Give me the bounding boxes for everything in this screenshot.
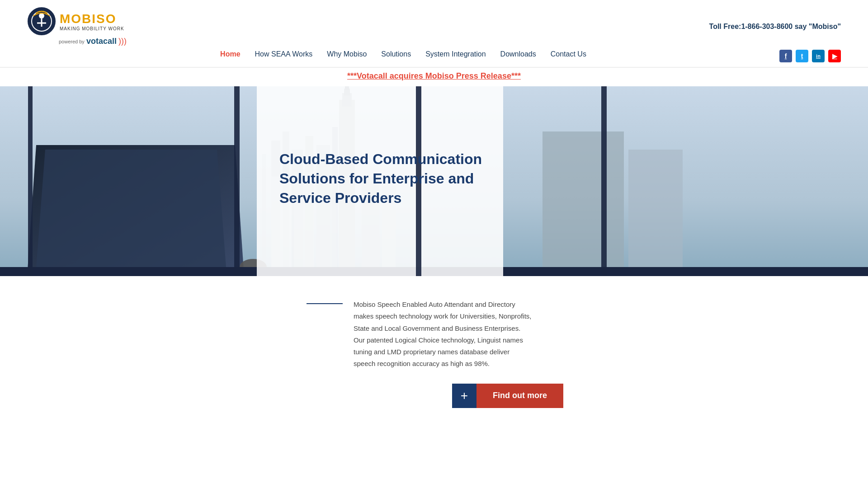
logo-main: mobiso MAKING MOBILITY WORK — [27, 7, 124, 36]
logo-text: mobiso MAKING MOBILITY WORK — [60, 12, 124, 31]
svg-rect-24 — [628, 150, 683, 276]
votacall-text: votacall — [86, 37, 117, 46]
nav-item-system[interactable]: System Integration — [425, 50, 486, 58]
content-with-divider: Mobiso Speech Enabled Auto Attendant and… — [307, 299, 533, 370]
find-out-more-button[interactable]: Find out more — [476, 384, 563, 408]
hero-background: Cloud-Based Communication Solutions for … — [0, 86, 868, 276]
nav-item-solutions[interactable]: Solutions — [381, 50, 411, 58]
svg-rect-33 — [601, 86, 607, 276]
votacall-waves: ))) — [118, 37, 127, 46]
main-nav: Home How SEAA Works Why Mobiso Solutions… — [27, 50, 779, 58]
nav-item-contact[interactable]: Contact Us — [551, 50, 586, 58]
content-description: Mobiso Speech Enabled Auto Attendant and… — [354, 299, 533, 370]
logo-area: mobiso MAKING MOBILITY WORK powered by v… — [27, 7, 127, 46]
content-divider — [307, 303, 343, 304]
svg-rect-30 — [28, 86, 33, 276]
header-top-row: mobiso MAKING MOBILITY WORK powered by v… — [0, 0, 868, 46]
announcement-bar: ***Votacall acquires Mobiso Press Releas… — [0, 68, 868, 86]
powered-by: powered by votacall ))) — [27, 37, 127, 46]
header-nav-row: Home How SEAA Works Why Mobiso Solutions… — [0, 46, 868, 67]
svg-rect-31 — [234, 86, 240, 276]
header-right: Toll Free:1-866-303-8600 say "Mobiso" — [709, 23, 841, 31]
svg-point-2 — [39, 13, 44, 19]
toll-free-number: Toll Free:1-866-303-8600 say "Mobiso" — [709, 23, 841, 31]
announcement-link[interactable]: ***Votacall acquires Mobiso Press Releas… — [347, 71, 521, 80]
facebook-icon[interactable]: f — [779, 50, 792, 62]
logo-icon — [27, 7, 56, 36]
youtube-icon[interactable]: ▶ — [828, 50, 841, 62]
logo-tagline: MAKING MOBILITY WORK — [60, 26, 124, 31]
buttons-row: + Find out more — [452, 384, 563, 408]
logo-brand-name: mobiso — [60, 12, 124, 26]
header: mobiso MAKING MOBILITY WORK powered by v… — [0, 0, 868, 68]
nav-item-downloads[interactable]: Downloads — [500, 50, 536, 58]
svg-marker-26 — [36, 150, 226, 267]
plus-button[interactable]: + — [452, 384, 476, 408]
buttons-section: + Find out more — [0, 370, 868, 435]
twitter-icon[interactable]: t — [796, 50, 808, 62]
content-inner: Mobiso Speech Enabled Auto Attendant and… — [307, 299, 533, 370]
nav-item-why[interactable]: Why Mobiso — [327, 50, 367, 58]
social-icons: f t in ▶ — [779, 50, 841, 62]
svg-rect-23 — [542, 131, 624, 276]
nav-item-seaa[interactable]: How SEAA Works — [255, 50, 313, 58]
nav-item-home[interactable]: Home — [220, 50, 240, 58]
linkedin-icon[interactable]: in — [812, 50, 825, 62]
hero-section: Cloud-Based Communication Solutions for … — [0, 86, 868, 276]
content-section: Mobiso Speech Enabled Auto Attendant and… — [0, 276, 868, 370]
powered-by-label: powered by — [59, 39, 85, 44]
